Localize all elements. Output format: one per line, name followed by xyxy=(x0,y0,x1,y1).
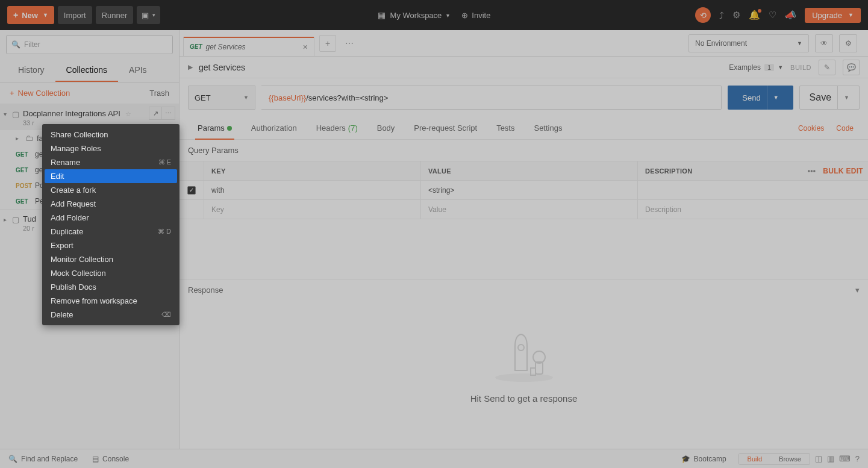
col-description: Description ••• Bulk Edit xyxy=(637,161,868,180)
announce-icon[interactable]: 📣 xyxy=(785,10,796,20)
capture-icon[interactable]: ⤴ xyxy=(719,10,724,20)
examples-dropdown[interactable]: Examples 1 ▼ xyxy=(729,63,783,72)
trash-link[interactable]: Trash xyxy=(149,89,169,98)
edit-icon[interactable]: ✎ xyxy=(819,60,835,75)
checkbox[interactable]: ✓ xyxy=(187,186,196,195)
param-value-input[interactable]: <string> xyxy=(420,181,637,199)
tab-prerequest[interactable]: Pre-request Script xyxy=(404,117,487,139)
close-icon[interactable]: × xyxy=(303,42,308,52)
tab-authorization[interactable]: Authorization xyxy=(242,117,307,139)
col-key: Key xyxy=(204,161,420,180)
new-button[interactable]: + New ▼ xyxy=(7,6,54,24)
tab-params[interactable]: Params xyxy=(188,117,242,139)
star-icon[interactable]: ☆ xyxy=(125,110,131,117)
ctx-delete[interactable]: Delete⌫ xyxy=(45,308,177,322)
tab-name: get Services xyxy=(206,43,303,51)
bootcamp-icon: 🎓 xyxy=(681,455,690,463)
tab-history[interactable]: History xyxy=(7,59,55,82)
send-button[interactable]: Send ▼ xyxy=(728,86,793,110)
chevron-right-icon[interactable]: ▶ xyxy=(188,63,193,71)
tab-settings[interactable]: Settings xyxy=(524,117,572,139)
chevron-down-icon: ▼ xyxy=(797,40,802,46)
layout-icon[interactable]: ▥ xyxy=(827,454,834,463)
new-collection-link[interactable]: + New Collection xyxy=(10,89,70,98)
ctx-manage-roles[interactable]: Manage Roles xyxy=(45,142,177,155)
cookies-link[interactable]: Cookies xyxy=(792,124,830,133)
tab-tests[interactable]: Tests xyxy=(487,117,524,139)
tab-headers[interactable]: Headers (7) xyxy=(307,117,367,139)
upgrade-button[interactable]: Upgrade ▼ xyxy=(805,8,861,23)
tab-body[interactable]: Body xyxy=(367,117,405,139)
comment-icon[interactable]: 💬 xyxy=(843,60,860,75)
keyboard-icon[interactable]: ⌨ xyxy=(839,454,851,463)
tab-collections[interactable]: Collections xyxy=(55,59,118,82)
request-tab[interactable]: GET get Services × xyxy=(183,37,314,56)
runner-button[interactable]: Runner xyxy=(96,6,134,24)
environment-selector[interactable]: No Environment ▼ xyxy=(688,34,809,52)
param-desc-input[interactable]: Description xyxy=(637,200,868,219)
request-title: get Services xyxy=(199,63,245,72)
ctx-remove-workspace[interactable]: Remove from workspace xyxy=(45,294,177,308)
toggle-build[interactable]: Build xyxy=(739,454,770,464)
url-input[interactable]: {{baseUrl}}/services?with=<string> xyxy=(261,86,722,110)
method-badge: GET xyxy=(16,151,35,158)
bootcamp-button[interactable]: 🎓 Bootcamp xyxy=(681,455,726,463)
tab-apis[interactable]: APIs xyxy=(118,59,158,82)
invite-button[interactable]: ⊕ Invite xyxy=(461,11,490,20)
person-add-icon: ⊕ xyxy=(461,11,468,20)
toggle-browse[interactable]: Browse xyxy=(770,454,810,464)
tab-more-button[interactable]: ⋯ xyxy=(341,35,358,52)
ctx-add-folder[interactable]: Add Folder xyxy=(45,211,177,225)
backspace-icon: ⌫ xyxy=(161,311,171,319)
method-selector[interactable]: GET ▼ xyxy=(188,86,255,110)
collection-more-icon[interactable]: ⋯ xyxy=(162,107,175,120)
two-pane-icon[interactable]: ◫ xyxy=(815,454,822,463)
bulk-edit-link[interactable]: Bulk Edit xyxy=(823,167,863,175)
ctx-share-collection[interactable]: Share Collection xyxy=(45,128,177,142)
param-value-input[interactable]: Value xyxy=(420,200,637,219)
heart-icon[interactable]: ♡ xyxy=(769,10,776,20)
param-key-input[interactable]: Key xyxy=(204,200,420,219)
collection-icon: ▢ xyxy=(12,215,19,224)
more-icon[interactable]: ••• xyxy=(808,167,816,175)
env-settings-button[interactable]: ⚙ xyxy=(839,34,857,52)
chevron-down-icon: ▾ xyxy=(446,12,449,19)
notifications-icon[interactable]: 🔔 xyxy=(749,10,760,20)
ctx-publish-docs[interactable]: Publish Docs xyxy=(45,280,177,294)
ctx-duplicate[interactable]: Duplicate⌘ D xyxy=(45,225,177,239)
console-button[interactable]: ▤ Console xyxy=(92,455,129,463)
chevron-down-icon[interactable]: ▾ xyxy=(855,285,860,295)
add-tab-button[interactable]: + xyxy=(319,35,336,52)
chevron-down-icon[interactable]: ▼ xyxy=(844,95,849,101)
find-replace-button[interactable]: 🔍 Find and Replace xyxy=(8,455,78,463)
query-params-title: Query Params xyxy=(180,140,868,161)
code-link[interactable]: Code xyxy=(830,124,860,133)
help-icon[interactable]: ? xyxy=(855,454,860,463)
chevron-down-icon: ▼ xyxy=(43,12,48,18)
ctx-add-request[interactable]: Add Request xyxy=(45,197,177,211)
save-button[interactable]: Save ▼ xyxy=(799,86,860,110)
ctx-mock-collection[interactable]: Mock Collection xyxy=(45,266,177,280)
build-label: BUILD xyxy=(790,64,811,71)
filter-input[interactable]: 🔍 Filter xyxy=(6,35,173,54)
ctx-create-fork[interactable]: Create a fork xyxy=(45,183,177,197)
settings-icon[interactable]: ⚙ xyxy=(732,10,740,20)
env-quicklook-button[interactable]: 👁 xyxy=(815,34,833,52)
param-key-input[interactable]: with xyxy=(204,181,420,199)
sync-icon[interactable]: ⟲ xyxy=(695,7,711,23)
ctx-edit[interactable]: Edit xyxy=(45,169,177,183)
open-new-button[interactable]: ▣ ▾ xyxy=(137,6,160,24)
ctx-export[interactable]: Export xyxy=(45,239,177,252)
ctx-monitor-collection[interactable]: Monitor Collection xyxy=(45,252,177,266)
open-icon: ▣ xyxy=(142,11,149,20)
tab-method: GET xyxy=(190,43,202,50)
method-badge: GET xyxy=(16,198,35,205)
ctx-rename[interactable]: Rename⌘ E xyxy=(45,155,177,169)
chevron-down-icon: ▼ xyxy=(243,95,249,101)
chevron-down-icon[interactable]: ▼ xyxy=(773,95,779,101)
collection-share-icon[interactable]: ↗ xyxy=(149,107,162,120)
import-button[interactable]: Import xyxy=(58,6,92,24)
build-browse-toggle[interactable]: Build Browse xyxy=(738,453,810,465)
param-desc-input[interactable] xyxy=(637,181,868,199)
workspace-selector[interactable]: ▦ My Workspace ▾ xyxy=(378,10,450,20)
